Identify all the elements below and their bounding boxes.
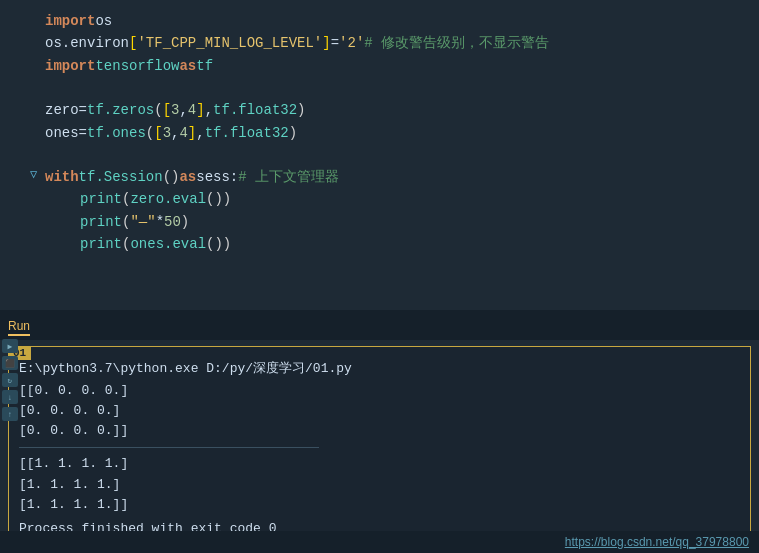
fn-float32-2: tf.float32: [205, 122, 289, 144]
code-text: (): [163, 166, 180, 188]
code-text: '2': [339, 32, 364, 54]
fn-zeros: tf.zeros: [87, 99, 154, 121]
code-text: ]: [196, 99, 204, 121]
fold-indicator[interactable]: ▽: [30, 166, 37, 185]
code-num: 50: [164, 211, 181, 233]
status-bar: https://blog.csdn.net/qq_37978800: [0, 531, 759, 553]
code-text: ()): [206, 188, 231, 210]
fn-float32: tf.float32: [213, 99, 297, 121]
fn-ones: tf.ones: [87, 122, 146, 144]
code-line-6: ones = tf.ones([3, 4], tf.float32): [0, 122, 759, 144]
terminal-tab[interactable]: Run: [8, 319, 30, 336]
code-text: ()): [206, 233, 231, 255]
code-line-8: ▽ with tf.Session() as sess: # 上下文管理器: [0, 166, 759, 188]
zeros-line-3: [0. 0. 0. 0.]]: [19, 421, 740, 441]
code-text: [: [154, 122, 162, 144]
fn-print-1: print: [80, 188, 122, 210]
code-text: ): [289, 122, 297, 144]
code-text: (: [122, 211, 130, 233]
code-text: ): [297, 99, 305, 121]
code-text: =: [79, 99, 87, 121]
code-num: 3: [163, 122, 171, 144]
terminal-zeros-output: [[0. 0. 0. 0.] [0. 0. 0. 0.] [0. 0. 0. 0…: [19, 381, 740, 441]
str-dash: "—": [130, 211, 155, 233]
var-ones: ones: [45, 122, 79, 144]
status-url[interactable]: https://blog.csdn.net/qq_37978800: [565, 535, 749, 549]
code-num: 3: [171, 99, 179, 121]
keyword-as: as: [179, 55, 196, 77]
fn-eval-1: zero.eval: [130, 188, 206, 210]
side-icon-4[interactable]: ↓: [2, 390, 18, 404]
code-text: os: [95, 10, 112, 32]
terminal-top-bar: Run: [0, 314, 759, 340]
code-text: 'TF_CPP_MIN_LOG_LEVEL': [137, 32, 322, 54]
code-num: 4: [179, 122, 187, 144]
module-tf: tf: [196, 55, 213, 77]
code-text: =: [331, 32, 339, 54]
code-text: (: [122, 233, 130, 255]
side-icon-5[interactable]: ↑: [2, 407, 18, 421]
terminal-area: 01 E:\python3.7\python.exe D:/py/深度学习/01…: [8, 346, 751, 553]
code-line-empty-2: [0, 144, 759, 166]
code-line-10: print("—"*50): [0, 211, 759, 233]
var-sess: sess: [196, 166, 230, 188]
code-text: (: [146, 122, 154, 144]
code-line-5: zero = tf.zeros([3, 4], tf.float32): [0, 99, 759, 121]
code-line-2: os.environ['TF_CPP_MIN_LOG_LEVEL'] = '2'…: [0, 32, 759, 54]
var-zero: zero: [45, 99, 79, 121]
code-text: :: [230, 166, 238, 188]
fn-print-2: print: [80, 211, 122, 233]
ones-line-3: [1. 1. 1. 1.]]: [19, 495, 740, 515]
code-text: [: [163, 99, 171, 121]
code-text: [: [129, 32, 137, 54]
code-text: *: [156, 211, 164, 233]
ones-line-2: [1. 1. 1. 1.]: [19, 475, 740, 495]
code-line-9: print(zero.eval()): [0, 188, 759, 210]
code-line-3: import tensorflow as tf: [0, 55, 759, 77]
zeros-line-1: [[0. 0. 0. 0.]: [19, 381, 740, 401]
module-tensorflow: tensorflow: [95, 55, 179, 77]
code-text: os.environ: [45, 32, 129, 54]
fn-session: tf.Session: [79, 166, 163, 188]
ones-line-1: [[1. 1. 1. 1.]: [19, 454, 740, 474]
terminal-path-line: E:\python3.7\python.exe D:/py/深度学习/01.py: [19, 359, 740, 377]
fn-print-3: print: [80, 233, 122, 255]
code-num: 4: [188, 99, 196, 121]
side-icon-2[interactable]: ⬛: [2, 356, 18, 370]
code-text: (: [154, 99, 162, 121]
code-line-1: import os: [0, 10, 759, 32]
keyword-with: with: [45, 166, 79, 188]
terminal-hr: [19, 447, 319, 448]
code-text: ,: [171, 122, 179, 144]
keyword-as: as: [179, 166, 196, 188]
terminal-ones-output: [[1. 1. 1. 1.] [1. 1. 1. 1.] [1. 1. 1. 1…: [19, 454, 740, 514]
code-text: ]: [188, 122, 196, 144]
side-icon-1[interactable]: ▶: [2, 339, 18, 353]
code-text: ,: [196, 122, 204, 144]
code-text: ,: [205, 99, 213, 121]
keyword-import-3: import: [45, 55, 95, 77]
code-comment: # 修改警告级别，不显示警告: [364, 32, 549, 54]
side-icon-3[interactable]: ↻: [2, 373, 18, 387]
code-line-empty-1: [0, 77, 759, 99]
code-text: ]: [322, 32, 330, 54]
code-text: =: [79, 122, 87, 144]
left-side-icons: ▶ ⬛ ↻ ↓ ↑: [0, 336, 20, 424]
editor-area: import os os.environ['TF_CPP_MIN_LOG_LEV…: [0, 0, 759, 310]
code-text: ,: [179, 99, 187, 121]
zeros-line-2: [0. 0. 0. 0.]: [19, 401, 740, 421]
code-comment: # 上下文管理器: [238, 166, 339, 188]
keyword-import-1: import: [45, 10, 95, 32]
fn-eval-2: ones.eval: [130, 233, 206, 255]
code-text: ): [181, 211, 189, 233]
code-text: (: [122, 188, 130, 210]
code-line-11: print(ones.eval()): [0, 233, 759, 255]
